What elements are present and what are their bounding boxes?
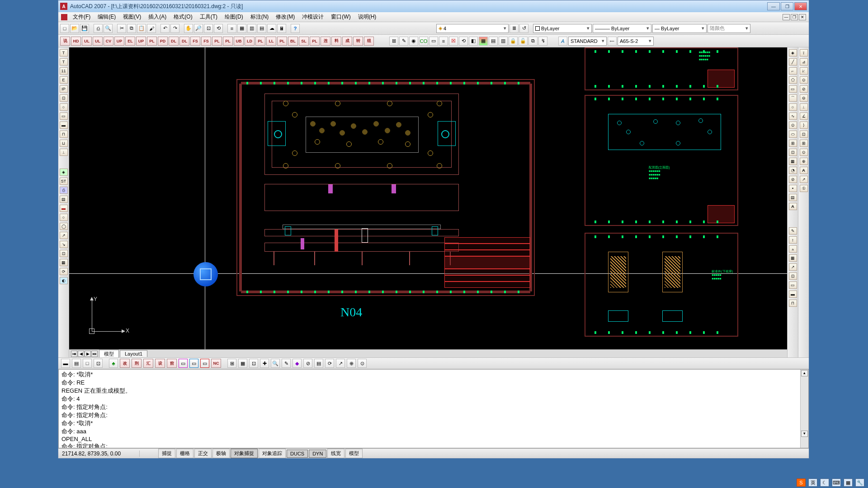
lt-10[interactable]: ⊓ bbox=[60, 131, 68, 138]
rt1-7[interactable]: ○ bbox=[789, 103, 797, 111]
undo-icon[interactable]: ↶ bbox=[160, 24, 170, 33]
toggle-ortho[interactable]: 正交 bbox=[194, 449, 212, 458]
textstyle-icon[interactable]: A bbox=[558, 37, 567, 46]
open-icon[interactable]: 📂 bbox=[70, 24, 79, 33]
menu-tools[interactable]: 工具(T) bbox=[196, 12, 221, 22]
bt-21[interactable]: ◆ bbox=[292, 359, 302, 368]
rt2-16[interactable]: ① bbox=[800, 185, 808, 192]
rt2-12[interactable]: ⊙ bbox=[800, 149, 808, 156]
maximize-button[interactable]: ❐ bbox=[781, 2, 793, 10]
lt-17[interactable]: ▬ bbox=[60, 205, 68, 212]
ct-b2[interactable]: ✎ bbox=[399, 37, 408, 46]
ct-26[interactable]: 料 bbox=[331, 37, 341, 46]
ct-19[interactable]: PL bbox=[255, 37, 265, 46]
bt-24[interactable]: ⟳ bbox=[325, 359, 334, 368]
textstyle-combo[interactable]: STANDARD▾ bbox=[568, 37, 607, 46]
tab-last[interactable]: ⏭ bbox=[91, 351, 98, 357]
print-icon[interactable]: ⎙ bbox=[94, 24, 103, 33]
tp-icon[interactable]: ▥ bbox=[247, 24, 256, 33]
lt-19[interactable]: ◯ bbox=[60, 223, 68, 230]
layer-combo[interactable]: ◈ 4▾ bbox=[436, 24, 509, 33]
rt1-25[interactable]: ▭ bbox=[789, 282, 797, 289]
mdi-close[interactable]: ✕ bbox=[799, 14, 806, 20]
new-icon[interactable]: □ bbox=[60, 24, 69, 33]
rt1-5[interactable]: ▭ bbox=[789, 85, 797, 93]
bt-3[interactable]: □ bbox=[83, 359, 92, 368]
bt-27[interactable]: ⊙ bbox=[358, 359, 367, 368]
ct-b8[interactable]: ⟲ bbox=[459, 37, 468, 46]
menu-help[interactable]: 说明(H) bbox=[354, 12, 380, 22]
rt2-3[interactable]: ⟀ bbox=[800, 67, 808, 75]
zoom-prev-icon[interactable]: ⟲ bbox=[214, 24, 223, 33]
dc-icon[interactable]: ▦ bbox=[237, 24, 246, 33]
rt1-11[interactable]: ⊞ bbox=[789, 140, 797, 147]
close-button[interactable]: ✕ bbox=[794, 2, 807, 10]
ct-6[interactable]: UP bbox=[114, 37, 124, 46]
lt-25[interactable]: ◐ bbox=[60, 277, 68, 284]
lt-20[interactable]: ↗ bbox=[60, 232, 68, 239]
rt2-5[interactable]: ⊘ bbox=[800, 85, 808, 93]
ct-23[interactable]: SL bbox=[299, 37, 309, 46]
rt1-14[interactable]: ◔ bbox=[789, 167, 797, 174]
ct-17[interactable]: UB bbox=[234, 37, 244, 46]
ct-16[interactable]: PL bbox=[223, 37, 233, 46]
bt-19[interactable]: 🔍 bbox=[271, 359, 280, 368]
lt-16[interactable]: ▤ bbox=[60, 196, 68, 203]
ct-b9[interactable]: ◧ bbox=[469, 37, 478, 46]
bt-2[interactable]: ▤ bbox=[72, 359, 81, 368]
ct-b15[interactable]: ⧉ bbox=[528, 37, 538, 46]
toggle-grid[interactable]: 栅格 bbox=[176, 449, 193, 458]
bt-5[interactable]: ♣ bbox=[109, 359, 118, 368]
tray-kbd-icon[interactable]: ⌨ bbox=[832, 479, 841, 487]
menu-cm[interactable]: 冲模设计 bbox=[298, 12, 327, 22]
ct-b10[interactable]: ▦ bbox=[479, 37, 488, 46]
lt-14[interactable]: ST bbox=[60, 178, 68, 185]
ct-b3[interactable]: ◉ bbox=[409, 37, 418, 46]
props-icon[interactable]: ≡ bbox=[227, 24, 236, 33]
rt2-2[interactable]: ⊿ bbox=[800, 58, 808, 66]
toggle-osnap[interactable]: 对象捕捉 bbox=[231, 449, 258, 458]
lt-2[interactable]: T bbox=[60, 58, 68, 66]
rt2-11[interactable]: ⊞ bbox=[800, 140, 808, 147]
tab-prev[interactable]: ◀ bbox=[78, 351, 84, 357]
lt-13[interactable]: ◈ bbox=[60, 169, 68, 176]
bt-25[interactable]: ↗ bbox=[336, 359, 345, 368]
lineweight-combo[interactable]: — ByLayer▾ bbox=[652, 24, 707, 33]
ct-10[interactable]: PD bbox=[158, 37, 168, 46]
bt-20[interactable]: ✎ bbox=[282, 359, 291, 368]
command-window[interactable]: 命令: *取消* 命令: RE REGEN 正在重生成模型。 命令: 4 命令:… bbox=[58, 369, 809, 448]
rt2-13[interactable]: ⊕ bbox=[800, 158, 808, 165]
color-combo[interactable]: ByLayer▾ bbox=[533, 24, 592, 33]
zoom-win-icon[interactable]: ⊡ bbox=[204, 24, 213, 33]
rt1-26[interactable]: ▬ bbox=[789, 291, 797, 298]
ct-12[interactable]: DL bbox=[179, 37, 189, 46]
lt-21[interactable]: ↘ bbox=[60, 241, 68, 248]
tray-sogou-icon[interactable]: S bbox=[797, 479, 806, 487]
menu-view[interactable]: 视图(V) bbox=[119, 12, 145, 22]
ct-28[interactable]: 转 bbox=[353, 37, 363, 46]
rt1-1[interactable]: ◈ bbox=[789, 49, 797, 56]
lt-6[interactable]: ⊡ bbox=[60, 94, 68, 102]
rt2-1[interactable]: ⟟ bbox=[800, 49, 808, 56]
toggle-dyn[interactable]: DYN bbox=[309, 450, 326, 458]
ct-b13[interactable]: 🔒 bbox=[509, 37, 518, 46]
copy-icon[interactable]: ⧉ bbox=[127, 24, 136, 33]
rt1-23[interactable]: ↗ bbox=[789, 263, 797, 271]
ct-13[interactable]: FS bbox=[190, 37, 200, 46]
tray-pad-icon[interactable]: ▦ bbox=[844, 479, 853, 487]
ct-11[interactable]: DL bbox=[169, 37, 179, 46]
lt-22[interactable]: ⊡ bbox=[60, 250, 68, 257]
lt-4[interactable]: E bbox=[60, 76, 68, 84]
rt1-6[interactable]: ⌒ bbox=[789, 94, 797, 102]
bt-22[interactable]: ⊘ bbox=[303, 359, 312, 368]
bt-9[interactable]: 设 bbox=[155, 359, 165, 368]
bt-4[interactable]: ⊡ bbox=[94, 359, 103, 368]
ct-29[interactable]: 组 bbox=[364, 37, 374, 46]
ct-4[interactable]: UL bbox=[93, 37, 103, 46]
help-icon[interactable]: ? bbox=[291, 24, 300, 33]
menu-edit[interactable]: 编辑(E) bbox=[94, 12, 119, 22]
ct-b4[interactable]: CO bbox=[419, 37, 428, 46]
menu-window[interactable]: 窗口(W) bbox=[327, 12, 354, 22]
bt-10[interactable]: 前 bbox=[167, 359, 177, 368]
mkup-icon[interactable]: ☁ bbox=[267, 24, 276, 33]
